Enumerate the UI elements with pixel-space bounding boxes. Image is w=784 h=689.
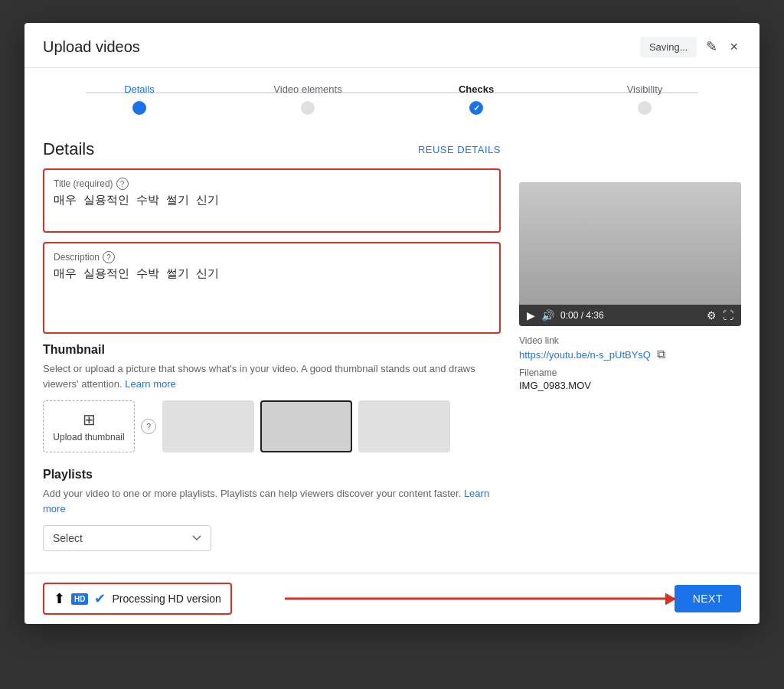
settings-icon[interactable]: ⚙ (707, 309, 717, 322)
description-label: Description ? (54, 251, 490, 263)
next-button[interactable]: NEXT (675, 585, 741, 612)
upload-modal: Upload videos Saving... ✎ × Details Vide… (24, 23, 760, 624)
saving-button[interactable]: Saving... (640, 37, 697, 57)
playlists-desc: Add your video to one or more playlists.… (43, 486, 501, 516)
video-link-label: Video link (519, 335, 741, 346)
thumbnail-option-2[interactable] (260, 400, 352, 452)
time-display: 0:00 / 4:36 (560, 310, 701, 321)
fullscreen-icon[interactable]: ⛶ (723, 309, 733, 322)
right-panel: ▶ 🔊 0:00 / 4:36 ⚙ ⛶ Video link https://y… (519, 127, 741, 567)
close-icon[interactable]: × (727, 36, 741, 58)
step-visibility[interactable]: Visibility (560, 83, 729, 115)
content-layout: Details REUSE DETAILS Title (required) ?… (43, 127, 741, 567)
processing-status: ⬆ HD ✔ Processing HD version (43, 583, 232, 615)
video-info: Video link https://youtu.be/n-s_pUtBYsQ … (519, 335, 741, 397)
step-visibility-dot (638, 101, 652, 115)
progress-arrow (285, 598, 675, 600)
modal-title: Upload videos (43, 38, 140, 56)
thumbnail-title: Thumbnail (43, 343, 501, 357)
upload-status-icon: ⬆ (54, 590, 65, 607)
playlists-title: Playlists (43, 468, 501, 482)
video-link-row: https://youtu.be/n-s_pUtBYsQ ⧉ (519, 348, 741, 361)
section-title: Details (43, 139, 94, 159)
section-header: Details REUSE DETAILS (43, 139, 501, 159)
title-field-container: Title (required) ? 매우 실용적인 수박 썰기 신기 (43, 168, 501, 233)
volume-icon[interactable]: 🔊 (541, 309, 554, 322)
step-visibility-label: Visibility (627, 83, 663, 95)
bottom-bar: ⬆ HD ✔ Processing HD version NEXT (24, 573, 760, 624)
thumbnail-help-icon[interactable]: ? (141, 419, 156, 434)
upload-thumbnail-icon: ⊞ (83, 410, 96, 429)
thumbnail-section: Thumbnail Select or upload a picture tha… (43, 343, 501, 452)
video-area (519, 182, 741, 305)
play-icon[interactable]: ▶ (527, 309, 535, 322)
playlists-select[interactable]: Select (43, 525, 211, 551)
description-field-container: Description ? 매우 실용적인 수박 썰기 신기 (43, 242, 501, 334)
modal-header: Upload videos Saving... ✎ × (24, 23, 760, 68)
header-actions: Saving... ✎ × (640, 35, 741, 58)
step-details[interactable]: Details (55, 83, 224, 115)
title-input[interactable]: 매우 실용적인 수박 썰기 신기 (54, 193, 490, 220)
title-label: Title (required) ? (54, 178, 490, 190)
description-input[interactable]: 매우 실용적인 수박 썰기 신기 (54, 266, 490, 322)
thumbnail-desc: Select or upload a picture that shows wh… (43, 361, 501, 391)
left-panel: Details REUSE DETAILS Title (required) ?… (43, 127, 501, 567)
thumbnail-options: ⊞ Upload thumbnail ? (43, 400, 501, 452)
step-video-elements[interactable]: Video elements (224, 83, 392, 115)
hd-badge: HD (71, 593, 88, 605)
check-status-icon: ✔ (94, 590, 106, 607)
step-checks-label: Checks (459, 83, 494, 95)
step-video-elements-dot (301, 101, 315, 115)
upload-thumbnail-button[interactable]: ⊞ Upload thumbnail (43, 400, 135, 452)
playlists-section: Playlists Add your video to one or more … (43, 468, 501, 551)
alert-icon[interactable]: ✎ (703, 35, 720, 58)
step-details-label: Details (124, 83, 155, 95)
description-help-icon[interactable]: ? (103, 251, 115, 263)
step-checks[interactable]: Checks (392, 83, 560, 115)
copy-icon[interactable]: ⧉ (657, 348, 665, 361)
step-checks-dot (469, 101, 483, 115)
reuse-details-button[interactable]: REUSE DETAILS (418, 144, 501, 155)
title-help-icon[interactable]: ? (116, 178, 129, 190)
filename-label: Filename (519, 367, 741, 378)
processing-text: Processing HD version (112, 593, 220, 605)
stepper: Details Video elements Checks Visibility (24, 68, 760, 127)
video-preview: ▶ 🔊 0:00 / 4:36 ⚙ ⛶ (519, 182, 741, 326)
upload-thumbnail-label: Upload thumbnail (53, 432, 124, 442)
filename: IMG_0983.MOV (519, 380, 741, 391)
thumbnail-option-1[interactable] (162, 400, 254, 452)
video-link[interactable]: https://youtu.be/n-s_pUtBYsQ (519, 349, 651, 361)
step-details-dot (132, 101, 146, 115)
video-controls: ▶ 🔊 0:00 / 4:36 ⚙ ⛶ (519, 305, 741, 326)
modal-body: Details REUSE DETAILS Title (required) ?… (24, 127, 760, 573)
thumbnail-option-3[interactable] (358, 400, 450, 452)
step-video-elements-label: Video elements (273, 83, 341, 95)
thumbnail-learn-more[interactable]: Learn more (125, 378, 175, 390)
